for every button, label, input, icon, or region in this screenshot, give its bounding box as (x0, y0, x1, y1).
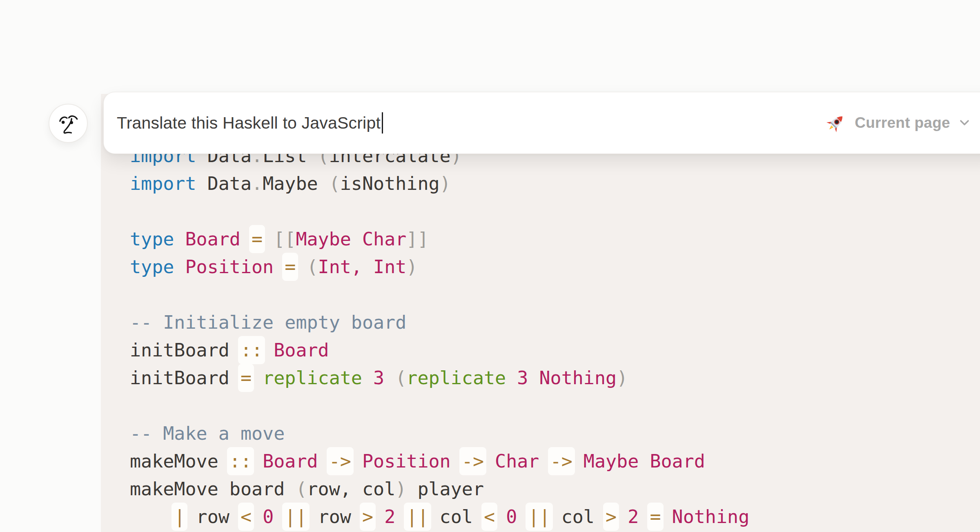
ai-prompt-bar: Translate this Haskell to JavaScript Cur… (103, 92, 980, 154)
code-line (130, 392, 749, 420)
ai-face-icon (53, 109, 83, 138)
rocket-icon (825, 112, 846, 134)
code-block[interactable]: import Data.List (intercalate)import Dat… (130, 142, 749, 531)
code-line: import Data.Maybe (isNothing) (130, 170, 749, 198)
page-background: { "palette": { "kw": "#2178b5", "con": "… (0, 0, 980, 532)
code-line: -- Initialize empty board (130, 309, 749, 336)
code-line: makeMove :: Board -> Position -> Char ->… (130, 447, 749, 475)
ai-prompt-input-text: Translate this Haskell to JavaScript (117, 114, 381, 133)
chevron-down-icon (958, 119, 971, 127)
code-line: makeMove board (row, col) player (130, 475, 749, 503)
code-line: initBoard = replicate 3 (replicate 3 Not… (130, 364, 749, 392)
code-line: | row < 0 || row > 2 || col < 0 || col >… (130, 503, 749, 531)
code-line (130, 198, 749, 225)
code-line: -- Make a move (130, 420, 749, 447)
code-line: type Board = [[Maybe Char]] (130, 225, 749, 253)
context-selector-label: Current page (855, 114, 950, 131)
text-caret (382, 112, 383, 134)
code-line: initBoard :: Board (130, 336, 749, 364)
code-line: type Position = (Int, Int) (130, 253, 749, 281)
code-line (130, 281, 749, 309)
context-selector-button[interactable]: Current page (825, 112, 971, 134)
ai-assistant-avatar (49, 104, 88, 143)
ai-prompt-input[interactable]: Translate this Haskell to JavaScript (117, 112, 825, 134)
